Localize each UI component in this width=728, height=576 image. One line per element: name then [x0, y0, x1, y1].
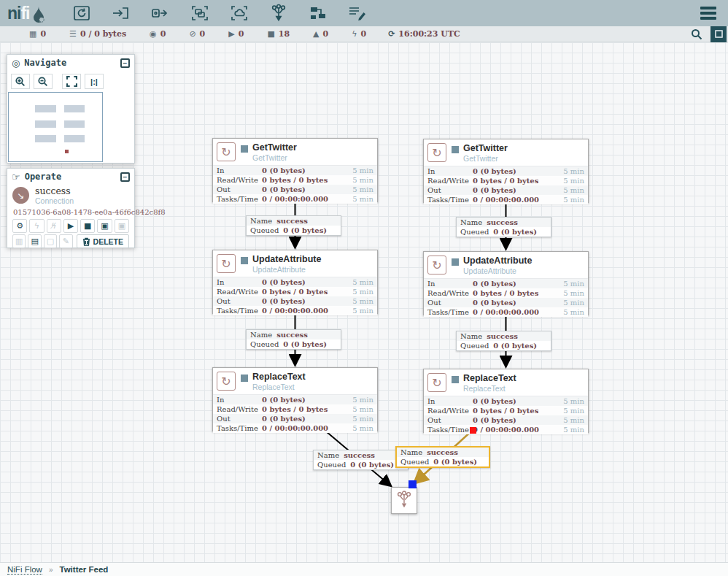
stat-label: Tasks/Time: [217, 424, 262, 432]
connection-source-endpoint[interactable]: [470, 427, 476, 434]
app-header: nifi: [0, 0, 728, 26]
create-template-button[interactable]: ▣: [97, 219, 112, 233]
zoom-fit-button[interactable]: [62, 74, 81, 89]
stat-value: 0 (0 bytes): [262, 396, 306, 404]
not-transmitting-icon: ⊘: [189, 29, 195, 39]
processor-type-icon: ↻: [427, 373, 446, 392]
processor-stats: In0 (0 bytes)5 minRead/Write0 bytes / 0 …: [424, 396, 588, 434]
connection-label[interactable]: Name success Queued 0 (0 bytes): [246, 329, 341, 350]
connection-label[interactable]: Name success Queued 0 (0 bytes): [246, 215, 341, 236]
settings-square-icon: [715, 30, 723, 38]
connection-label-selected[interactable]: Name success Queued 0 (0 bytes): [395, 446, 490, 468]
processor-type-icon: ↻: [217, 372, 236, 391]
minimap-node: [35, 120, 56, 128]
connection-name-value: success: [487, 332, 518, 340]
stat-value: 0 (0 bytes): [473, 397, 516, 405]
status-value: 0: [323, 29, 329, 39]
stat-row: In0 (0 bytes)5 min: [213, 395, 377, 404]
actual-size-button[interactable]: |:|: [85, 74, 104, 89]
zoom-out-button[interactable]: [34, 74, 53, 89]
stopped-state-icon: [452, 258, 459, 266]
start-button[interactable]: ▶: [63, 219, 78, 233]
stat-value: 0 (0 bytes): [262, 185, 306, 193]
connection-destination-endpoint[interactable]: [408, 480, 417, 488]
processor-node[interactable]: ↻ GetTwitter GetTwitter In0 (0 bytes)5 m…: [423, 139, 589, 203]
navigate-panel-header: ◎ Navigate −: [7, 55, 134, 71]
breadcrumb-root-link[interactable]: NiFi Flow: [7, 565, 42, 575]
processor-type: UpdateAttribute: [252, 265, 306, 274]
nifi-logo: nifi: [7, 4, 46, 23]
stat-value: 0 (0 bytes): [473, 416, 516, 424]
connection-label[interactable]: Name success Queued 0 (0 bytes): [313, 450, 408, 470]
status-value: 0: [40, 29, 46, 39]
processor-type: GetTwitter: [463, 154, 498, 163]
status-item: ▶ 0: [228, 29, 244, 39]
processor-node[interactable]: ↻ ReplaceText ReplaceText In0 (0 bytes)5…: [212, 367, 378, 431]
output-port-tool-icon[interactable]: [150, 4, 171, 23]
stat-window: 5 min: [563, 416, 584, 424]
processor-stats: In0 (0 bytes)5 minRead/Write0 bytes / 0 …: [424, 166, 588, 204]
processor-node[interactable]: ↻ UpdateAttribute UpdateAttribute In0 (0…: [423, 251, 589, 315]
stat-window: 5 min: [352, 396, 373, 404]
stat-value: 0 bytes / 0 bytes: [473, 289, 538, 297]
processor-title: UpdateAttribute: [463, 256, 532, 266]
processor-title: ReplaceText: [463, 373, 516, 383]
funnel-component[interactable]: [391, 487, 417, 514]
delete-button[interactable]: DELETE: [77, 234, 129, 248]
stat-row: Out0 (0 bytes)5 min: [213, 296, 377, 306]
processor-tool-icon[interactable]: [71, 4, 93, 23]
stat-window: 5 min: [352, 415, 373, 423]
delete-button-label: DELETE: [93, 237, 123, 246]
selection-id: 01571036-6a08-1478-ee0a-46f6c842c8f8: [7, 205, 134, 218]
processor-stats: In0 (0 bytes)5 minRead/Write0 bytes / 0 …: [213, 394, 377, 433]
funnel-tool-icon[interactable]: [268, 4, 290, 23]
stat-label: Out: [427, 416, 473, 424]
zoom-in-button[interactable]: [11, 74, 30, 89]
status-item: ϟ 0: [352, 29, 366, 39]
processor-header: ↻ GetTwitter GetTwitter: [424, 139, 588, 166]
stat-window: 5 min: [352, 166, 373, 174]
stat-window: 5 min: [352, 307, 373, 315]
stat-row: In0 (0 bytes)5 min: [424, 396, 588, 406]
paste-button[interactable]: ▤: [28, 234, 41, 248]
settings-button[interactable]: ⚙: [12, 219, 27, 233]
stat-window: 5 min: [352, 288, 373, 296]
processor-header: ↻ GetTwitter GetTwitter: [213, 139, 377, 165]
minimap-viewport[interactable]: [8, 92, 103, 162]
connection-label[interactable]: Name success Queued 0 (0 bytes): [456, 331, 551, 351]
stop-button[interactable]: ■: [80, 219, 95, 233]
operate-panel: ☞ Operate − ↘ success Connection 0157103…: [7, 168, 135, 248]
stat-value: 0 bytes / 0 bytes: [262, 176, 328, 184]
template-tool-icon[interactable]: [307, 4, 329, 23]
stat-label: In: [217, 278, 262, 286]
refresh-status[interactable]: ⟳ 16:00:23 UTC: [388, 29, 460, 39]
label-tool-icon[interactable]: [346, 4, 368, 23]
search-button[interactable]: [689, 27, 704, 42]
stat-row: Read/Write0 bytes / 0 bytes5 min: [213, 175, 377, 185]
stat-value: 0 / 00:00:00.000: [473, 426, 539, 434]
process-group-tool-icon[interactable]: [189, 4, 211, 23]
remote-process-group-tool-icon[interactable]: [228, 4, 250, 23]
stat-row: Read/Write0 bytes / 0 bytes5 min: [213, 287, 377, 296]
stat-window: 5 min: [352, 405, 373, 413]
global-menu-button[interactable]: [697, 4, 719, 23]
operate-collapse-button[interactable]: −: [120, 172, 130, 182]
refresh-icon: ⟳: [388, 29, 395, 39]
navigate-collapse-button[interactable]: −: [120, 58, 130, 68]
processor-type-icon: ↻: [217, 254, 236, 273]
connection-queued-value: 0 (0 bytes): [493, 228, 537, 236]
stat-label: Tasks/Time: [427, 426, 473, 434]
stat-row: Tasks/Time0 / 00:00:00.0005 min: [213, 194, 377, 204]
connection-queued-value: 0 (0 bytes): [493, 342, 537, 350]
connection-label[interactable]: Name success Queued 0 (0 bytes): [456, 217, 551, 237]
processor-node[interactable]: ↻ GetTwitter GetTwitter In0 (0 bytes)5 m…: [212, 138, 378, 202]
input-port-tool-icon[interactable]: [110, 4, 132, 23]
stat-value: 0 / 00:00:00.000: [262, 424, 328, 432]
flow-settings-button[interactable]: [710, 26, 727, 42]
processor-node[interactable]: ↻ ReplaceText ReplaceText In0 (0 bytes)5…: [423, 369, 589, 433]
operate-panel-title: Operate: [25, 172, 62, 182]
processor-node[interactable]: ↻ UpdateAttribute UpdateAttribute In0 (0…: [212, 250, 378, 314]
stopped-state-icon: [241, 145, 248, 153]
operate-selection: ↘ success Connection: [7, 185, 134, 205]
flow-canvas[interactable]: ◎ Navigate − |:|: [0, 42, 728, 562]
